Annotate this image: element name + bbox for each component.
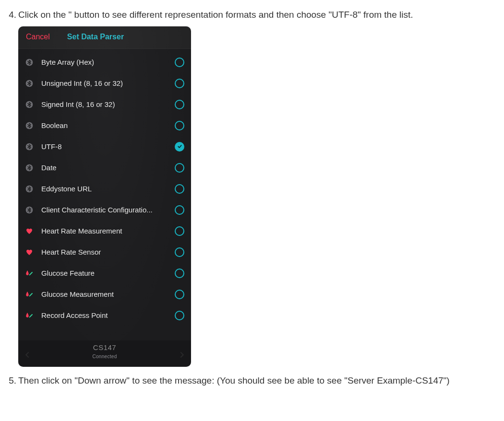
step-5-text: Then click on "Down arrow" to see the me… (18, 374, 500, 387)
row-label: UTF-8 (41, 141, 175, 152)
step-5-number: 5. (4, 374, 18, 387)
step-4-number: 4. (4, 9, 18, 22)
radio-unselected[interactable] (175, 205, 184, 215)
radio-unselected[interactable] (175, 226, 184, 236)
bluetooth-icon (25, 101, 33, 108)
row-icon (25, 206, 34, 214)
bluetooth-icon (25, 58, 33, 66)
row-label: Glucose Measurement (41, 289, 175, 299)
footer-status: Connected (18, 353, 191, 360)
parser-list[interactable]: Byte Array (Hex)Unsigned Int (8, 16 or 3… (18, 49, 191, 340)
bluetooth-icon (25, 80, 33, 87)
parser-option[interactable]: Glucose Measurement (18, 284, 191, 305)
bluetooth-icon (25, 143, 33, 151)
page: 4. Click on the " button to see differen… (0, 0, 504, 404)
parser-option[interactable]: Date (18, 157, 191, 178)
row-icon (25, 185, 34, 193)
phone-screenshot: Cancel Set Data Parser Byte Array (Hex)U… (18, 26, 191, 367)
bluetooth-icon (25, 122, 33, 129)
bluetooth-icon (25, 206, 33, 214)
row-label: Heart Rate Measurement (41, 226, 175, 236)
radio-unselected[interactable] (175, 121, 184, 130)
radio-unselected[interactable] (175, 290, 184, 299)
step-4: 4. Click on the " button to see differen… (4, 9, 500, 22)
heart-icon (25, 248, 33, 256)
row-label: Heart Rate Sensor (41, 247, 175, 257)
parser-option[interactable]: Boolean (18, 115, 191, 136)
phone-footer: CS147 Connected (18, 340, 191, 367)
drop-icon (25, 291, 33, 298)
row-label: Byte Array (Hex) (41, 57, 175, 67)
row-label: Client Characteristic Configuratio... (41, 205, 175, 215)
parser-option[interactable]: Glucose Feature (18, 263, 191, 284)
row-icon (25, 269, 34, 278)
row-icon (25, 100, 34, 109)
parser-option[interactable]: Heart Rate Sensor (18, 242, 191, 263)
bluetooth-icon (25, 185, 33, 193)
row-icon (25, 58, 34, 67)
row-icon (25, 290, 34, 299)
radio-unselected[interactable] (175, 311, 184, 320)
parser-option[interactable]: Record Access Point (18, 305, 191, 326)
row-icon (25, 248, 34, 257)
step-5: 5. Then click on "Down arrow" to see the… (4, 374, 500, 387)
parser-option[interactable]: Eddystone URL (18, 178, 191, 199)
chevron-left-icon (24, 351, 31, 358)
parser-option[interactable]: Unsigned Int (8, 16 or 32) (18, 73, 191, 94)
check-icon (177, 144, 182, 149)
radio-unselected[interactable] (175, 58, 184, 67)
modal-title: Set Data Parser (67, 32, 124, 42)
radio-unselected[interactable] (175, 163, 184, 173)
row-label: Unsigned Int (8, 16 or 32) (41, 78, 175, 88)
chevron-right-icon (179, 351, 185, 358)
radio-unselected[interactable] (175, 100, 184, 109)
parser-option[interactable]: Byte Array (Hex) (18, 52, 191, 73)
screenshot-wrap: Cancel Set Data Parser Byte Array (Hex)U… (18, 26, 500, 367)
heart-icon (25, 227, 33, 235)
row-icon (25, 79, 34, 88)
drop-icon (25, 269, 33, 277)
radio-selected[interactable] (175, 142, 184, 152)
row-label: Signed Int (8, 16 or 32) (41, 99, 175, 109)
radio-unselected[interactable] (175, 79, 184, 88)
parser-option[interactable]: Client Characteristic Configuratio... (18, 199, 191, 221)
row-label: Eddystone URL (41, 184, 175, 194)
row-icon (25, 121, 34, 130)
row-label: Glucose Feature (41, 268, 175, 278)
modal-header: Cancel Set Data Parser (18, 26, 191, 49)
parser-option[interactable]: Signed Int (8, 16 or 32) (18, 94, 191, 115)
parser-option[interactable]: Heart Rate Measurement (18, 221, 191, 242)
parser-option[interactable]: UTF-8 (18, 136, 191, 157)
row-label: Boolean (41, 120, 175, 130)
row-icon (25, 142, 34, 151)
radio-unselected[interactable] (175, 247, 184, 257)
row-icon (25, 164, 34, 172)
radio-unselected[interactable] (175, 184, 184, 194)
row-icon (25, 311, 34, 320)
radio-unselected[interactable] (175, 269, 184, 278)
drop-icon (25, 312, 33, 319)
bluetooth-icon (25, 164, 33, 172)
row-label: Record Access Point (41, 310, 175, 320)
cancel-button[interactable]: Cancel (26, 32, 50, 42)
step-4-text: Click on the " button to see different r… (18, 9, 500, 22)
footer-device-name: CS147 (18, 342, 191, 352)
row-label: Date (41, 163, 175, 173)
row-icon (25, 227, 34, 235)
